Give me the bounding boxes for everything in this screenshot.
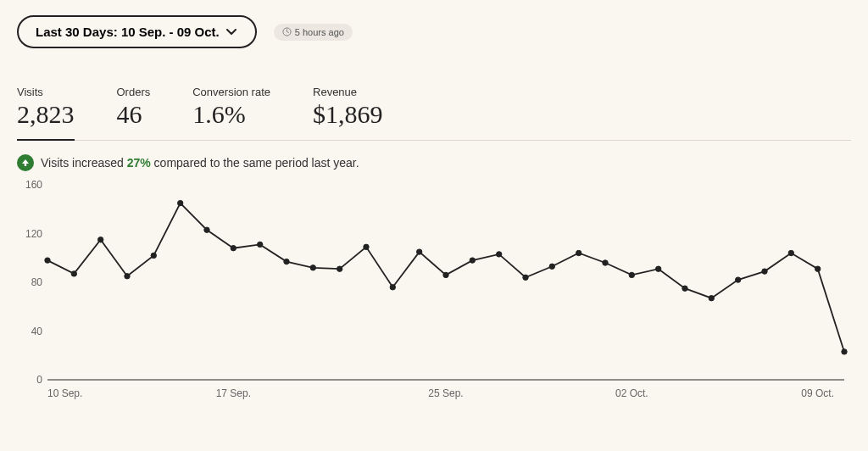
svg-point-18 — [204, 227, 209, 232]
metric-value: 2,823 — [17, 100, 75, 129]
svg-point-36 — [682, 286, 687, 291]
metric-tab[interactable]: Orders46 — [117, 86, 151, 140]
svg-point-30 — [523, 275, 528, 280]
metric-value: $1,869 — [313, 100, 383, 129]
metric-value: 46 — [117, 100, 151, 129]
svg-point-27 — [443, 272, 448, 277]
svg-point-23 — [337, 266, 342, 271]
svg-point-12 — [45, 258, 50, 263]
metric-label: Orders — [117, 86, 151, 98]
svg-point-26 — [417, 249, 422, 254]
metric-label: Visits — [17, 86, 75, 98]
svg-point-19 — [231, 246, 236, 251]
insight-text: Visits increased 27% compared to the sam… — [41, 156, 359, 170]
svg-point-29 — [497, 252, 502, 257]
svg-text:10 Sep.: 10 Sep. — [47, 387, 82, 399]
svg-point-14 — [98, 237, 103, 242]
svg-point-38 — [736, 277, 741, 282]
last-updated-pill: 5 hours ago — [274, 24, 353, 41]
last-updated-text: 5 hours ago — [295, 27, 344, 37]
svg-point-39 — [762, 269, 767, 274]
svg-text:120: 120 — [25, 228, 42, 240]
metric-tab[interactable]: Conversion rate1.6% — [192, 86, 270, 140]
svg-point-28 — [470, 258, 475, 263]
insight-row: Visits increased 27% compared to the sam… — [17, 154, 851, 171]
svg-text:0: 0 — [36, 374, 42, 386]
clock-icon — [282, 27, 292, 36]
metric-tab[interactable]: Visits2,823 — [17, 86, 75, 141]
date-range-label: Last 30 Days: 10 Sep. - 09 Oct. — [36, 25, 220, 38]
svg-point-32 — [576, 250, 581, 255]
metric-tab[interactable]: Revenue$1,869 — [313, 86, 383, 140]
svg-point-35 — [656, 266, 661, 271]
svg-point-33 — [603, 260, 608, 265]
svg-text:17 Sep.: 17 Sep. — [216, 387, 251, 399]
svg-point-34 — [629, 272, 634, 277]
svg-text:25 Sep.: 25 Sep. — [428, 387, 463, 399]
svg-text:02 Oct.: 02 Oct. — [615, 387, 648, 399]
date-range-button[interactable]: Last 30 Days: 10 Sep. - 09 Oct. — [17, 15, 257, 48]
svg-text:80: 80 — [31, 276, 43, 288]
svg-point-37 — [709, 296, 714, 301]
svg-text:160: 160 — [25, 179, 42, 191]
svg-point-31 — [549, 264, 554, 269]
trend-up-icon — [17, 154, 34, 171]
svg-point-40 — [788, 250, 793, 255]
svg-point-42 — [842, 349, 847, 354]
caret-down-icon — [226, 29, 236, 36]
svg-point-24 — [364, 244, 369, 249]
svg-point-15 — [125, 274, 130, 279]
svg-text:09 Oct.: 09 Oct. — [801, 387, 834, 399]
svg-point-25 — [390, 285, 395, 290]
svg-text:40: 40 — [31, 326, 43, 337]
metric-label: Conversion rate — [192, 86, 270, 98]
metric-label: Revenue — [313, 86, 383, 98]
visits-line-chart: 0408012016010 Sep.17 Sep.25 Sep.02 Oct.0… — [17, 176, 851, 405]
metric-value: 1.6% — [192, 100, 270, 129]
svg-point-41 — [815, 266, 821, 271]
svg-point-20 — [258, 242, 263, 247]
svg-point-13 — [71, 271, 76, 276]
svg-point-22 — [310, 265, 315, 270]
metrics-tabs: Visits2,823Orders46Conversion rate1.6%Re… — [17, 86, 851, 141]
insight-pct: 27% — [127, 156, 151, 170]
svg-point-21 — [284, 259, 289, 264]
svg-point-17 — [178, 200, 183, 205]
svg-point-16 — [151, 253, 156, 258]
